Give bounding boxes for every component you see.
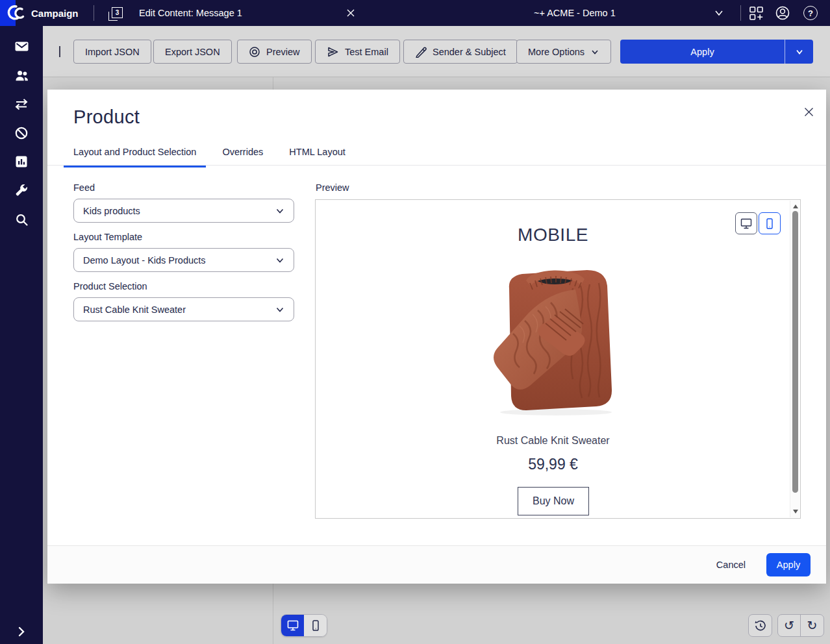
tabs-divider <box>47 165 826 166</box>
sender-subject-button[interactable]: Sender & Subject <box>403 40 518 64</box>
export-json-button[interactable]: Export JSON <box>153 40 232 64</box>
close-tab-icon[interactable] <box>345 7 357 19</box>
product-selection-label: Product Selection <box>73 281 147 291</box>
feed-label: Feed <box>73 182 95 193</box>
more-options-label: More Options <box>528 47 585 57</box>
product-image-sweater <box>478 254 629 417</box>
expand-icon <box>16 626 27 638</box>
import-json-button[interactable]: Import JSON <box>73 40 151 64</box>
sidebar-item-contacts[interactable] <box>7 61 36 90</box>
preview-button[interactable]: Preview <box>237 40 312 64</box>
chevron-down-icon <box>590 47 599 56</box>
feed-select[interactable]: Kids products <box>73 199 294 223</box>
export-json-label: Export JSON <box>165 47 220 57</box>
layout-template-select[interactable]: Demo Layout - Kids Products <box>73 248 294 272</box>
import-json-label: Import JSON <box>85 47 140 57</box>
history-button[interactable] <box>748 614 772 637</box>
chevron-down-icon <box>275 256 285 265</box>
scroll-up-arrow[interactable] <box>793 204 798 208</box>
app-title: Campaign <box>31 0 79 26</box>
preview-product-name: Rust Cable Knit Sweater <box>316 435 790 447</box>
preview-label: Preview <box>266 47 300 57</box>
wrench-icon <box>14 184 29 198</box>
chevron-down-icon <box>794 47 805 56</box>
chart-icon <box>14 155 29 169</box>
canvas-device-toggle <box>281 614 327 637</box>
buy-now-button[interactable]: Buy Now <box>518 487 589 515</box>
redo-button[interactable]: ↻ <box>801 615 824 636</box>
send-icon <box>327 46 339 58</box>
apply-button[interactable]: Apply <box>620 40 785 64</box>
pages-icon: 3 <box>112 7 123 18</box>
content-tab-title: Edit Content: Message 1 <box>139 0 242 26</box>
chevron-down-icon[interactable] <box>713 8 725 18</box>
campaign-logo[interactable] <box>3 3 25 23</box>
user-icon[interactable] <box>775 5 790 21</box>
desktop-toggle[interactable] <box>281 615 304 636</box>
product-selection-value: Rust Cable Knit Sweater <box>83 304 186 315</box>
apps-grid-icon[interactable] <box>748 5 764 21</box>
sidebar-item-automation[interactable] <box>7 90 36 119</box>
sidebar-item-admin[interactable] <box>7 177 36 206</box>
undo-button[interactable]: ↺ <box>778 615 801 636</box>
sidebar-nav <box>0 26 43 644</box>
preview-product-price: 59,99 € <box>316 456 790 473</box>
test-email-button[interactable]: Test Email <box>315 40 400 64</box>
preview-icon <box>249 46 260 58</box>
chevron-down-icon <box>275 206 285 216</box>
preview-label: Preview <box>316 182 349 193</box>
apply-label: Apply <box>690 47 714 57</box>
swap-icon <box>14 98 29 110</box>
product-selection-select[interactable]: Rust Cable Knit Sweater <box>73 297 294 321</box>
account-selector-label[interactable]: ~+ ACME - Demo 1 <box>534 0 616 26</box>
mail-icon <box>14 40 29 53</box>
sender-subject-label: Sender & Subject <box>433 47 506 57</box>
dialog-apply-button[interactable]: Apply <box>766 553 811 576</box>
search-icon <box>15 213 29 227</box>
topbar-divider <box>94 5 94 21</box>
mobile-icon <box>310 619 321 632</box>
cancel-button[interactable]: Cancel <box>716 560 746 570</box>
more-options-button[interactable]: More Options <box>516 40 611 64</box>
close-dialog-button[interactable] <box>801 104 816 119</box>
scrollbar-thumb[interactable] <box>792 211 798 493</box>
mobile-toggle[interactable] <box>304 615 327 636</box>
sidebar-item-search[interactable] <box>7 205 36 234</box>
preview-scrollbar <box>790 201 799 517</box>
layout-template-value: Demo Layout - Kids Products <box>83 255 206 266</box>
people-icon <box>14 69 29 82</box>
sidebar-item-exclusion[interactable] <box>7 119 36 148</box>
topbar-divider <box>740 5 741 21</box>
ban-icon <box>14 126 29 140</box>
sidebar-item-email[interactable] <box>7 32 36 61</box>
preview-device-heading: MOBILE <box>316 225 790 245</box>
pencil-icon <box>415 46 427 58</box>
product-dialog: Product Layout and Product Selection Ove… <box>47 90 826 584</box>
redo-icon: ↻ <box>807 618 818 633</box>
apply-dropdown-button[interactable] <box>785 40 813 64</box>
help-icon[interactable]: ? <box>803 5 818 21</box>
scroll-down-arrow[interactable] <box>793 510 798 514</box>
preview-panel: MOBILE <box>315 199 801 519</box>
top-bar: Campaign 3 Edit Content: Message 1 ~+ AC… <box>0 0 830 26</box>
pages-count: 3 <box>116 9 119 16</box>
undo-icon: ↺ <box>784 618 794 633</box>
sidebar-item-analytics[interactable] <box>7 147 36 177</box>
desktop-icon <box>286 619 299 632</box>
feed-value: Kids products <box>83 206 140 216</box>
dialog-footer: Cancel Apply <box>47 545 826 584</box>
chevron-down-icon <box>275 305 285 314</box>
undo-redo-group: ↺ ↻ <box>777 614 824 637</box>
panel-handle[interactable] <box>59 46 60 57</box>
history-icon <box>754 619 767 632</box>
dialog-title: Product <box>73 106 140 128</box>
layout-template-label: Layout Template <box>73 232 142 242</box>
sidebar-expand-button[interactable] <box>0 626 43 638</box>
apply-split-button: Apply <box>620 40 813 64</box>
editor-toolbar: Import JSON Export JSON Preview Test Ema… <box>43 26 830 77</box>
test-email-label: Test Email <box>345 47 388 57</box>
